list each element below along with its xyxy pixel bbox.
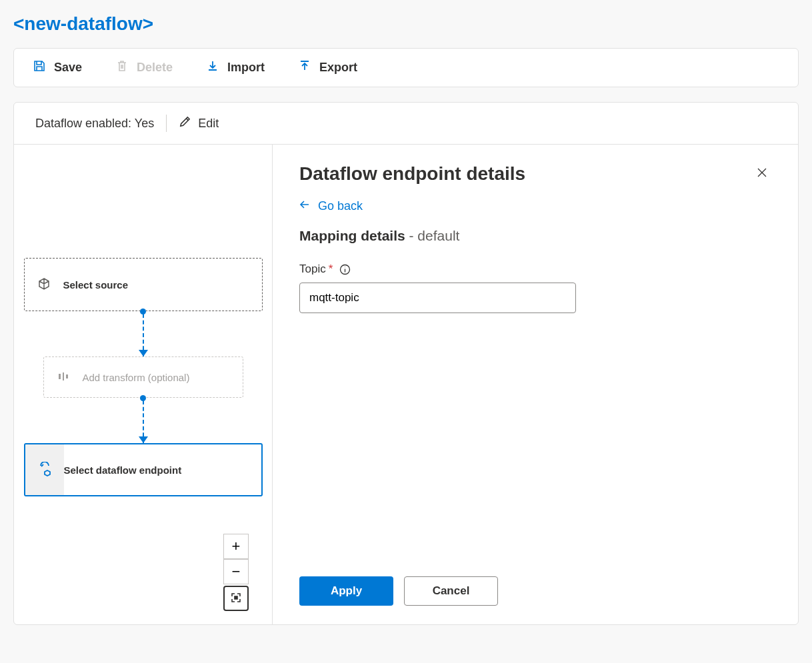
status-bar: Dataflow enabled: Yes Edit	[14, 103, 798, 145]
arrow-left-icon	[299, 199, 310, 213]
close-button[interactable]	[753, 163, 771, 184]
apply-button[interactable]: Apply	[299, 576, 393, 606]
endpoint-icon	[37, 462, 52, 478]
flow-panel: Select source Add transform (optional)	[14, 145, 273, 624]
content-area: Select source Add transform (optional)	[14, 145, 798, 624]
endpoint-node-label: Select dataflow endpoint	[64, 464, 182, 476]
svg-rect-1	[63, 372, 64, 380]
cube-icon	[37, 277, 51, 293]
save-label: Save	[54, 61, 82, 75]
transform-icon	[57, 370, 70, 385]
action-buttons: Apply Cancel	[299, 556, 771, 606]
save-button[interactable]: Save	[33, 59, 82, 76]
delete-button: Delete	[115, 59, 173, 76]
fit-view-button[interactable]	[223, 586, 249, 611]
save-icon	[33, 59, 46, 76]
endpoint-node[interactable]: Select dataflow endpoint	[24, 443, 263, 496]
go-back-button[interactable]: Go back	[299, 199, 771, 213]
close-icon	[755, 171, 769, 181]
plus-icon: +	[232, 538, 241, 555]
source-node[interactable]: Select source	[24, 258, 263, 311]
main-panel: Dataflow enabled: Yes Edit Select source	[13, 102, 799, 625]
dataflow-enabled-label: Dataflow enabled: Yes	[35, 117, 154, 131]
svg-rect-2	[66, 374, 68, 378]
transform-node[interactable]: Add transform (optional)	[43, 356, 243, 398]
details-title: Dataflow endpoint details	[299, 163, 525, 185]
go-back-label: Go back	[318, 199, 363, 213]
zoom-controls: + −	[223, 534, 249, 611]
flow-arrow	[143, 398, 144, 443]
fit-icon	[231, 590, 241, 607]
edit-button[interactable]: Edit	[179, 115, 219, 131]
export-button[interactable]: Export	[298, 59, 357, 76]
transform-node-label: Add transform (optional)	[83, 372, 190, 383]
details-panel: Dataflow endpoint details Go back Mappin…	[273, 145, 798, 624]
required-indicator: *	[329, 263, 333, 276]
zoom-in-button[interactable]: +	[223, 534, 249, 559]
topic-field-group: Topic *	[299, 263, 771, 313]
import-label: Import	[227, 61, 265, 75]
pencil-icon	[179, 115, 191, 131]
trash-icon	[115, 59, 129, 76]
toolbar: Save Delete Import Export	[13, 48, 799, 87]
source-node-label: Select source	[63, 279, 129, 291]
mapping-details-heading: Mapping details - default	[299, 228, 771, 244]
divider	[166, 115, 167, 132]
edit-label: Edit	[198, 117, 219, 131]
svg-rect-3	[235, 596, 237, 599]
zoom-out-button[interactable]: −	[223, 559, 249, 584]
flow-arrow	[143, 311, 144, 356]
topic-input[interactable]	[299, 283, 576, 313]
svg-rect-0	[59, 374, 61, 379]
cancel-button[interactable]: Cancel	[404, 576, 498, 606]
info-icon[interactable]	[339, 264, 351, 275]
import-icon	[206, 59, 219, 76]
export-label: Export	[319, 61, 357, 75]
page-title: <new-dataflow>	[13, 13, 799, 35]
export-icon	[298, 59, 311, 76]
minus-icon: −	[232, 563, 241, 580]
delete-label: Delete	[137, 61, 173, 75]
import-button[interactable]: Import	[206, 59, 265, 76]
topic-label: Topic	[299, 263, 326, 276]
